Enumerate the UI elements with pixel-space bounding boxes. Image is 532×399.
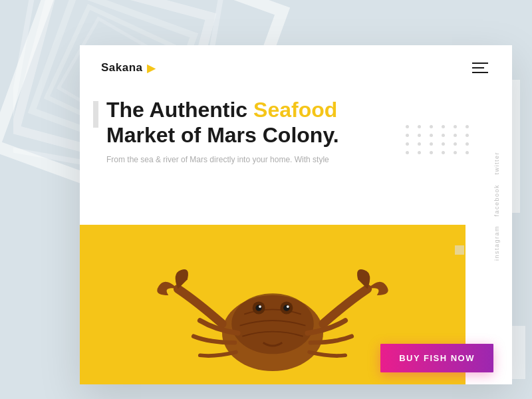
dot [418,142,421,146]
svg-point-9 [255,305,262,311]
navbar: Sakana ▶ [80,45,512,82]
crab-illustration [146,231,399,384]
dot [418,134,421,137]
social-facebook[interactable]: facebook [493,184,500,217]
dot [454,134,457,137]
heading-part1: The Authentic [106,98,253,122]
dot [406,142,409,146]
dot [466,125,469,128]
deco-square-1 [455,245,464,255]
dot [454,151,457,154]
hamburger-line-2 [472,67,484,68]
dot [430,142,433,146]
hamburger-button[interactable] [469,60,491,76]
buy-fish-button[interactable]: BUY FISH NOW [380,344,493,372]
dot [406,134,409,137]
main-card: Sakana ▶ The Authentic Seafood Market of… [80,45,512,384]
dot [430,125,433,128]
dot [442,151,445,154]
svg-point-11 [259,305,261,308]
social-sidebar: twitter facebook instagram [493,152,500,261]
dot [442,125,445,128]
heading-part2: Market of Mars Colony. [106,123,339,147]
dot [406,151,409,154]
logo: Sakana ▶ [101,61,155,74]
hero-subtext: From the sea & river of Mars directly in… [106,155,491,164]
dot [466,142,469,146]
social-twitter[interactable]: twitter [493,152,500,175]
brand-name: Sakana [101,61,143,74]
dot [418,125,421,128]
hamburger-line-1 [472,63,488,64]
dot [454,142,457,146]
heading-accent: Seafood [253,98,337,122]
dot [454,125,457,128]
hamburger-line-3 [472,72,488,73]
social-instagram[interactable]: instagram [493,225,500,261]
svg-point-12 [287,305,289,308]
dot [430,134,433,137]
dot [430,151,433,154]
dot [442,134,445,137]
hero-accent-bar [93,101,98,128]
dot [418,151,421,154]
svg-point-10 [283,305,290,311]
dot [406,125,409,128]
dot [466,134,469,137]
brand-arrow: ▶ [147,62,155,74]
dot [466,151,469,154]
dot [442,142,445,146]
dots-decoration [406,125,472,154]
